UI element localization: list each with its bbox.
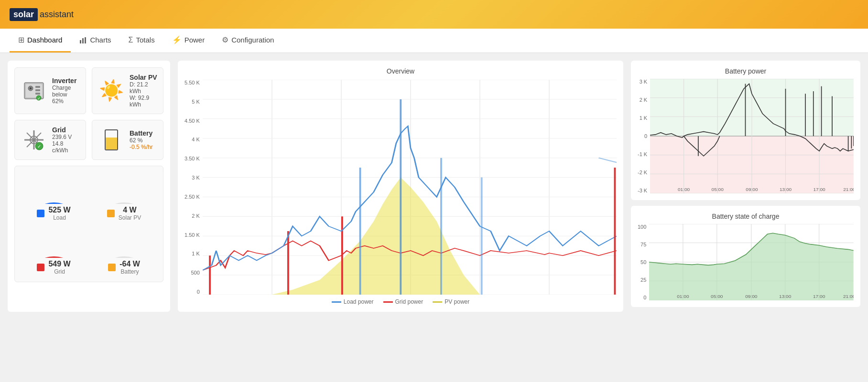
svg-rect-1 (82, 38, 84, 43)
logo: solar assistant (10, 8, 74, 21)
charts-icon (79, 36, 87, 44)
legend-grid: Grid power (383, 298, 423, 305)
grid-icon-container: ✓ (21, 127, 47, 153)
overview-chart-wrapper: 5.50 K 5 K 4.50 K 4 K 3.50 K 3 K 2.50 K … (184, 80, 617, 295)
svg-rect-8 (35, 89, 40, 91)
load-label: Load (48, 214, 70, 221)
inverter-name: Inverter (52, 77, 80, 85)
solar-pv-card: ☀️ Solar PV D: 21.2 kWh W: 92.9 kWh (92, 67, 163, 114)
inverter-icon: ✓ (21, 77, 47, 104)
nav-item-totals[interactable]: Σ Totals (120, 29, 163, 53)
power-icon: ⚡ (172, 35, 182, 44)
nav-item-power[interactable]: ⚡ Power (163, 29, 214, 53)
nav-label-totals: Totals (136, 36, 154, 44)
config-icon: ⚙ (222, 35, 228, 44)
grid-gauge-value: 549 W (48, 260, 70, 268)
svg-text:✓: ✓ (37, 96, 41, 101)
legend-pv: PV power (433, 298, 469, 305)
grid-name: Grid (52, 126, 80, 134)
svg-text:01:00: 01:00 (677, 294, 690, 299)
load-value: 525 W (48, 206, 70, 214)
navigation: ⊞ Dashboard Charts Σ Totals ⚡ Power ⚙ Co… (0, 29, 868, 53)
grid-detail2: 14.8 c/kWh (52, 140, 80, 154)
overview-chart-area: 01:00 05:00 09:00 13:00 17:00 21:00 (203, 80, 617, 295)
overview-legend: Load power Grid power PV power (184, 298, 617, 305)
device-row-bottom: ✓ Grid 239.6 V 14.8 c/kWh (14, 120, 163, 160)
svg-text:17:00: 17:00 (813, 294, 825, 299)
main-content: ✓ Inverter Charge below 62% ☀️ Solar PV … (0, 53, 868, 319)
battery-name: Battery (130, 129, 153, 137)
battery-gauge-label: Battery (119, 268, 140, 275)
solar-pv-info: Solar PV D: 21.2 kWh W: 92.9 kWh (130, 74, 157, 108)
load-gauge: 525 W Load (22, 173, 86, 221)
nav-item-dashboard[interactable]: ⊞ Dashboard (10, 29, 71, 53)
grid-color (37, 264, 44, 271)
left-panel: ✓ Inverter Charge below 62% ☀️ Solar PV … (8, 61, 170, 312)
svg-rect-7 (35, 86, 40, 88)
right-panel: Battery power 3 K 2 K 1 K 0 -1 K -2 K -3… (631, 61, 860, 312)
totals-icon: Σ (129, 36, 133, 44)
load-color (37, 210, 44, 217)
solar-value: 4 W (119, 206, 141, 214)
nav-item-charts[interactable]: Charts (71, 29, 119, 53)
gauges-row-top: 525 W Load (22, 173, 156, 221)
dashboard-icon: ⊞ (18, 35, 24, 44)
nav-label-dashboard: Dashboard (27, 36, 62, 44)
grid-gauge-arc (25, 227, 83, 258)
battery-power-y-axis: 3 K 2 K 1 K 0 -1 K -2 K -3 K (638, 79, 650, 193)
logo-assistant: assistant (40, 10, 74, 20)
battery-gauge-value: -64 W (119, 260, 140, 268)
logo-solar: solar (10, 8, 38, 21)
svg-rect-2 (85, 37, 86, 43)
svg-rect-9 (35, 93, 40, 95)
solar-gauge: 4 W Solar PV (92, 173, 156, 221)
svg-text:01:00: 01:00 (678, 187, 690, 192)
svg-text:21:00: 21:00 (843, 187, 854, 192)
svg-text:17:00: 17:00 (814, 187, 826, 192)
battery-card: Battery 62 % -0.5 %/hr (92, 120, 163, 160)
battery-soc-chart-wrapper: 100 75 50 25 0 (638, 224, 854, 300)
battery-soc-card: Battery state of charge 100 75 50 25 0 (631, 206, 860, 307)
nav-label-configuration: Configuration (231, 36, 274, 44)
battery-detail2: -0.5 %/hr (130, 144, 153, 150)
grid-card: ✓ Grid 239.6 V 14.8 c/kWh (14, 120, 86, 160)
svg-text:05:00: 05:00 (712, 187, 724, 192)
svg-text:13:00: 13:00 (780, 187, 792, 192)
battery-info: Battery 62 % -0.5 %/hr (130, 129, 153, 150)
solar-pv-detail1: D: 21.2 kWh (130, 81, 157, 95)
battery-icon-container (98, 127, 125, 153)
svg-text:09:00: 09:00 (746, 294, 758, 299)
device-row-top: ✓ Inverter Charge below 62% ☀️ Solar PV … (14, 67, 163, 114)
legend-grid-label: Grid power (395, 298, 423, 305)
battery-power-chart-area: 01:00 05:00 09:00 13:00 17:00 21:00 (650, 79, 854, 193)
svg-text:09:00: 09:00 (746, 187, 758, 192)
solar-gauge-arc (96, 173, 153, 204)
solar-pv-name: Solar PV (130, 74, 157, 81)
battery-detail1: 62 % (130, 137, 153, 144)
battery-power-title: Battery power (638, 67, 854, 75)
grid-detail1: 239.6 V (52, 134, 80, 140)
legend-pv-label: PV power (445, 298, 469, 305)
header: solar assistant (0, 0, 868, 29)
solar-pv-detail2: W: 92.9 kWh (130, 95, 157, 108)
gauges-row-bottom: 549 W Grid (22, 227, 156, 275)
svg-text:05:00: 05:00 (711, 294, 723, 299)
battery-gauge-arc (96, 227, 153, 258)
nav-label-power: Power (184, 36, 205, 44)
inverter-info: Inverter Charge below 62% (52, 77, 80, 105)
battery-gauge: -64 W Battery (92, 227, 156, 275)
battery-soc-chart-area: 01:00 05:00 09:00 13:00 17:00 21:00 (649, 224, 854, 300)
nav-item-configuration[interactable]: ⚙ Configuration (213, 29, 282, 53)
legend-load: Load power (332, 298, 374, 305)
battery-soc-y-axis: 100 75 50 25 0 (638, 224, 649, 300)
overview-panel: Overview 5.50 K 5 K 4.50 K 4 K 3.50 K 3 … (178, 61, 623, 312)
svg-text:13:00: 13:00 (779, 294, 792, 299)
inverter-card: ✓ Inverter Charge below 62% (14, 67, 86, 114)
overview-title: Overview (184, 67, 617, 75)
solar-color (107, 210, 115, 217)
overview-y-axis: 5.50 K 5 K 4.50 K 4 K 3.50 K 3 K 2.50 K … (184, 80, 203, 295)
svg-text:21:00: 21:00 (843, 294, 854, 299)
inverter-detail1: Charge below (52, 85, 80, 98)
battery-power-chart-wrapper: 3 K 2 K 1 K 0 -1 K -2 K -3 K (638, 79, 854, 193)
battery-power-card: Battery power 3 K 2 K 1 K 0 -1 K -2 K -3… (631, 61, 860, 200)
